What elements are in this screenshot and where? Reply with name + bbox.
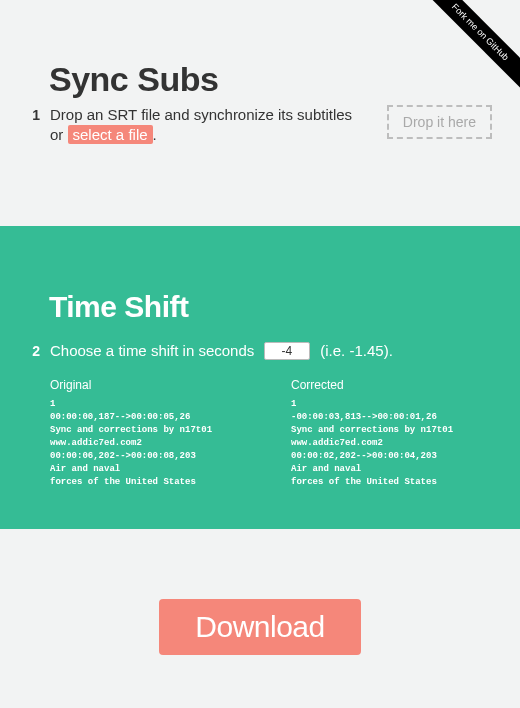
select-file-link[interactable]: select a file (68, 125, 153, 144)
preview-corrected: Corrected 1 -00:00:03,813-->00:00:01,26 … (291, 378, 492, 489)
shift-input[interactable] (264, 342, 310, 360)
fork-ribbon-label: Fork me on GitHub (416, 0, 520, 96)
preview-columns: Original 1 00:00:00,187-->00:00:05,26 Sy… (28, 378, 492, 489)
time-shift-title: Time Shift (49, 290, 492, 324)
upload-desc-b: . (153, 126, 157, 143)
shift-desc-b: (i.e. -1.45). (320, 342, 393, 359)
section-time-shift: Time Shift 2 Choose a time shift in seco… (0, 226, 520, 529)
upload-instructions: Drop an SRT file and synchronize its sub… (50, 105, 363, 146)
corrected-text: 1 -00:00:03,813-->00:00:01,26 Sync and c… (291, 398, 492, 489)
preview-original: Original 1 00:00:00,187-->00:00:05,26 Sy… (50, 378, 251, 489)
original-label: Original (50, 378, 251, 392)
dropzone[interactable]: Drop it here (387, 105, 492, 139)
section-download: Download (0, 529, 520, 655)
corrected-label: Corrected (291, 378, 492, 392)
fork-ribbon[interactable]: Fork me on GitHub (410, 0, 520, 110)
step-number-1: 1 (28, 107, 40, 123)
original-text: 1 00:00:00,187-->00:00:05,26 Sync and co… (50, 398, 251, 489)
shift-desc-a: Choose a time shift in seconds (50, 342, 254, 359)
step-number-2: 2 (28, 343, 40, 359)
dropzone-label: Drop it here (403, 114, 476, 130)
download-button[interactable]: Download (159, 599, 360, 655)
